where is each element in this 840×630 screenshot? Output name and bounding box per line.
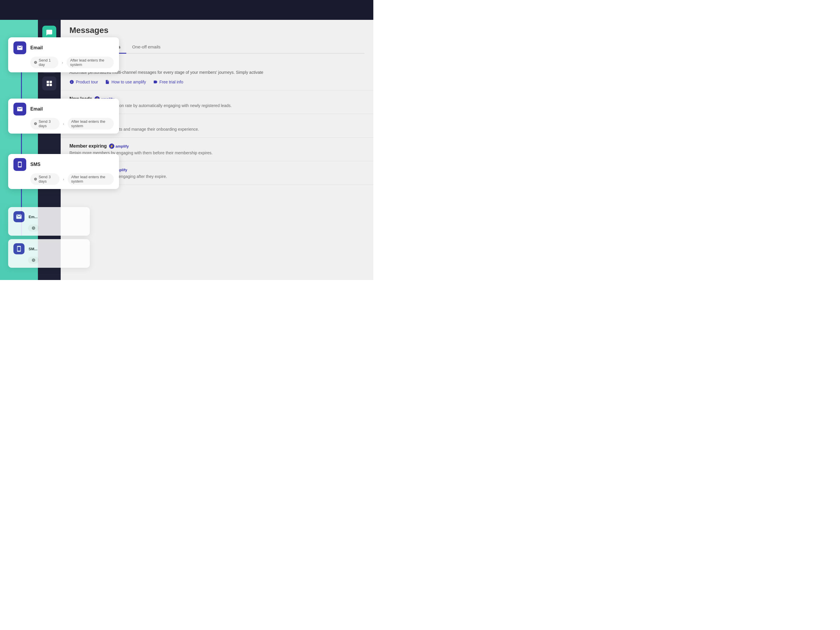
card-email-2-send: Send 3 days <box>30 118 60 129</box>
card-email-1-header: Email <box>13 41 114 54</box>
clock-icon-1 <box>34 60 37 65</box>
tag-icon <box>153 80 158 84</box>
envelope-icon-2 <box>17 106 23 112</box>
product-links: Product tour How to use amplify Free tri… <box>69 80 365 84</box>
tab-one-off-emails[interactable]: One-off emails <box>126 41 166 54</box>
back-sms-icon <box>13 243 25 254</box>
card-sms-1-header: SMS <box>13 158 114 171</box>
mobile-icon-back <box>16 246 22 252</box>
clock-icon-back-sms <box>32 258 36 262</box>
back-card-sms-meta <box>28 257 85 264</box>
card-email-2-meta: Send 3 days › After lead enters the syst… <box>30 118 114 129</box>
card-email-2-trigger: After lead enters the system <box>68 118 114 129</box>
card-sms-1[interactable]: SMS Send 3 days › After lead enters the … <box>8 154 119 189</box>
card-email-2[interactable]: Email Send 3 days › After lead enters th… <box>8 99 119 134</box>
doc-icon <box>105 80 110 84</box>
card-sms-1-send: Send 3 days <box>30 173 60 185</box>
clock-icon-back <box>32 226 36 230</box>
card-email-1-type: Email <box>30 45 43 51</box>
card-email-2-type: Email <box>30 106 43 112</box>
amplify-badge-member-expiring: ⚡ amplify <box>109 144 129 149</box>
email-icon-2 <box>13 103 26 115</box>
back-card-email-type: Em... <box>28 215 38 219</box>
card-email-1[interactable]: Email Send 1 day › After lead enters the… <box>8 37 119 72</box>
chat-icon <box>46 29 53 36</box>
email-icon-1 <box>13 41 26 54</box>
section-member-expiring-title: Member expiring ⚡ amplify <box>69 144 365 149</box>
sms-icon-1 <box>13 158 26 171</box>
back-card-email[interactable]: Em... <box>8 207 90 236</box>
how-to-use-link[interactable]: How to use amplify <box>105 80 146 84</box>
card-email-1-meta: Send 1 day › After lead enters the syste… <box>30 57 114 68</box>
product-tour-link[interactable]: Product tour <box>69 80 98 84</box>
back-email-icon <box>13 211 25 222</box>
card-email-1-send: Send 1 day <box>30 57 58 68</box>
envelope-icon-back <box>16 213 22 220</box>
page-title: Messages <box>69 26 365 35</box>
card-email-2-header: Email <box>13 103 114 115</box>
top-bar <box>0 0 373 20</box>
back-card-sms-type: SM... <box>28 247 37 251</box>
back-card-email-clock <box>28 224 39 232</box>
back-card-email-meta <box>28 224 85 232</box>
grid-icon <box>46 80 53 87</box>
back-card-sms[interactable]: SM... <box>8 239 90 268</box>
sidebar-item-grid[interactable] <box>42 76 56 90</box>
card-sms-1-trigger: After lead enters the system <box>68 173 114 185</box>
clock-icon-3 <box>34 177 37 181</box>
card-sms-1-type: SMS <box>30 162 41 167</box>
mobile-icon <box>17 161 23 168</box>
bolt-icon-3: ⚡ <box>109 144 114 149</box>
card-sms-1-meta: Send 3 days › After lead enters the syst… <box>30 173 114 185</box>
info-icon <box>69 80 74 84</box>
back-card-sms-header: SM... <box>13 243 85 254</box>
back-card-email-header: Em... <box>13 211 85 222</box>
free-trial-info-link[interactable]: Free trial info <box>153 80 183 84</box>
back-card-sms-clock <box>28 257 39 264</box>
envelope-icon <box>17 45 23 51</box>
card-email-1-trigger: After lead enters the system <box>66 57 114 68</box>
clock-icon-2 <box>34 122 37 126</box>
